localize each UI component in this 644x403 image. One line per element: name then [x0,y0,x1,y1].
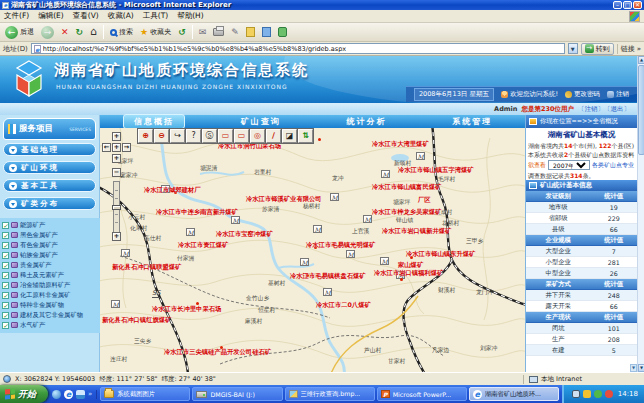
mine-label[interactable]: 冷水江市二0八煤矿 [316,301,371,310]
mine-label[interactable]: 冷水江市铎山镇东升煤矿 [406,250,475,259]
mine-label[interactable]: 冷水江市三尖镇硅产品开发公司硅石矿 [164,348,271,357]
mine-label[interactable]: 冷水江市毛易镇光明煤矿 [306,241,375,250]
close-button[interactable]: ✕ [633,1,642,9]
draw-line-button[interactable]: ∕ [266,129,281,143]
checkbox-icon[interactable]: ✓ [2,232,9,239]
alert-tray-icon[interactable] [605,390,613,398]
checkbox-icon[interactable]: ✓ [2,252,9,259]
mine-marker-icon[interactable]: M [323,288,332,296]
mine-marker-icon[interactable]: M [313,225,322,233]
checkbox-icon[interactable]: ✓ [2,262,9,269]
checkbox-icon[interactable]: ✓ [2,242,9,249]
task-button[interactable]: 系统截图图片 [100,387,190,401]
zoom-in-nav-button[interactable]: + [112,232,121,241]
sidebar-section-button[interactable]: 矿山环境 [3,161,96,174]
stop-button[interactable]: ✕ [59,26,71,38]
mine-label[interactable]: 冷水江市铎山镇五字湾煤矿 [398,166,474,175]
checkbox-icon[interactable]: ✓ [2,312,9,319]
mineral-type-item[interactable]: ✓特种非金属矿物 [2,300,100,310]
mine-label[interactable]: 冷水江市资江煤矿 [178,241,228,250]
mine-marker-icon[interactable]: M [381,170,390,178]
measure-button[interactable]: ? [186,129,201,143]
display-tray-icon[interactable] [572,390,580,398]
mineral-type-item[interactable]: ✓建材及其它非金属矿物 [2,310,100,320]
checkbox-icon[interactable]: ✓ [2,222,9,229]
stop-draw-button[interactable]: Ⓢ [202,129,217,143]
tab[interactable]: 统计分析 [336,115,396,128]
sidebar-section-button[interactable]: 基础地理 [3,143,96,156]
history-button[interactable]: ↺ [176,26,188,38]
favorites-button[interactable]: ★收藏夹 [138,26,173,38]
quick-launch-more[interactable]: » [88,390,92,399]
task-button[interactable]: PMicrosoft PowerP... [377,387,467,401]
mineral-type-item[interactable]: ✓铂族金属矿产 [2,250,100,260]
search-button[interactable]: 搜索 [108,26,135,38]
mine-label[interactable]: 冷水江市城郊建材厂 [144,186,201,195]
mineral-type-item[interactable]: ✓能源矿产 [2,220,100,230]
maximize-button[interactable]: □ [623,1,632,9]
zoom-in-button[interactable]: ⊕ [138,129,153,143]
zoom-out-nav-button[interactable]: − [112,168,121,177]
mine-marker-icon[interactable]: M [416,152,425,160]
mineral-type-item[interactable]: ✓贵金属矿产 [2,260,100,270]
ie-quick-launch-icon[interactable]: e [64,390,73,399]
mine-label[interactable]: 冷水江市涧竹山采石场 [218,142,281,151]
zoom-slider-track[interactable] [113,181,120,233]
pan-left-button[interactable]: ← [102,143,111,152]
mine-marker-icon[interactable]: M [111,300,120,308]
task-button[interactable]: DMGIS-BAI (J:) [192,387,282,401]
refresh-button[interactable]: ↻ [74,26,86,38]
mine-label[interactable]: 冷水江市岩口镇新井煤矿 [382,227,451,236]
edit-button[interactable]: ✎ [229,26,241,38]
go-button[interactable]: → 转到 [581,43,614,55]
desktop-quick-launch-icon[interactable] [76,390,85,399]
checkbox-icon[interactable]: ✓ [2,322,9,329]
mine-label[interactable]: 冷水江市宝窑冲煤矿 [216,230,273,239]
mine-marker-icon[interactable]: M [121,249,130,257]
checkbox-icon[interactable]: ✓ [2,302,9,309]
menu-item[interactable]: 查看(V) [73,11,99,21]
map-canvas[interactable]: 毛家坪寥家冲塘泥清岩里村龙冲新颂村毛坪村苏家清杨桥村塘家坪泉成村铎山镇花桥村上官… [100,128,525,372]
mine-marker-icon[interactable]: M [186,228,195,236]
zoom-slider-handle[interactable] [112,205,121,210]
links-button[interactable]: 链接 » [617,44,641,54]
address-dropdown-button[interactable]: ▼ [568,43,578,54]
mineral-type-item[interactable]: ✓稀土及元素矿产 [2,270,100,280]
mineral-type-item[interactable]: ✓有色金属矿产 [2,240,100,250]
back-button[interactable]: ←后退 [3,25,36,40]
mine-marker-icon[interactable]: M [363,215,372,223]
mine-label[interactable]: 冷水江市长冲里中采石场 [152,305,221,314]
pan-button[interactable]: ↪ [170,129,185,143]
minimize-button[interactable]: – [613,1,622,9]
scroll-thumb[interactable] [638,65,644,155]
logout-link[interactable]: 注销 [607,90,629,99]
mine-label[interactable]: 冷水江市铎溪矿业有限公司 [246,195,322,204]
pan-down-button[interactable]: + [112,154,121,163]
mineral-type-item[interactable]: ✓水气矿产 [2,320,100,330]
antivirus-tray-icon[interactable] [594,390,602,398]
mine-label[interactable]: 厂区 [418,196,431,205]
mine-label[interactable]: 新化县石冲口镇联盟煤矿 [112,263,181,272]
mine-label[interactable]: 新化县石冲口镇红旗煤矿 [102,316,171,325]
task-button[interactable]: 三维行政查询.bmp... [285,387,375,401]
checkbox-icon[interactable]: ✓ [2,272,9,279]
update-tray-icon[interactable] [583,390,591,398]
checkbox-icon[interactable]: ✓ [2,282,9,289]
year-select[interactable]: 2007年 [548,160,590,170]
sidebar-section-button[interactable]: 基本工具 [3,179,96,192]
menu-item[interactable]: 工具(T) [143,11,168,21]
zoom-out-button[interactable]: ⊖ [154,129,169,143]
mine-label[interactable]: 冷水江市铎山镇富民煤矿 [372,183,441,192]
tab[interactable]: 信息概括 [123,114,185,129]
panel-scroll-arrow[interactable]: ▼ [630,364,637,372]
select-area-button[interactable]: ▭ [234,129,249,143]
scroll-up-arrow[interactable]: ▲ [638,56,644,64]
pan-up-button[interactable]: + [112,132,121,141]
menu-item[interactable]: 收藏(A) [108,11,134,21]
change-password-link[interactable]: 更改密码 [565,90,600,99]
mine-marker-icon[interactable]: M [300,258,309,266]
mine-label[interactable]: 冷水江市毛易镇棋盘石煤矿 [290,272,366,281]
tab[interactable]: 系统管理 [442,115,502,128]
checkbox-icon[interactable]: ✓ [2,292,9,299]
identify-button[interactable]: ◎ [250,129,265,143]
